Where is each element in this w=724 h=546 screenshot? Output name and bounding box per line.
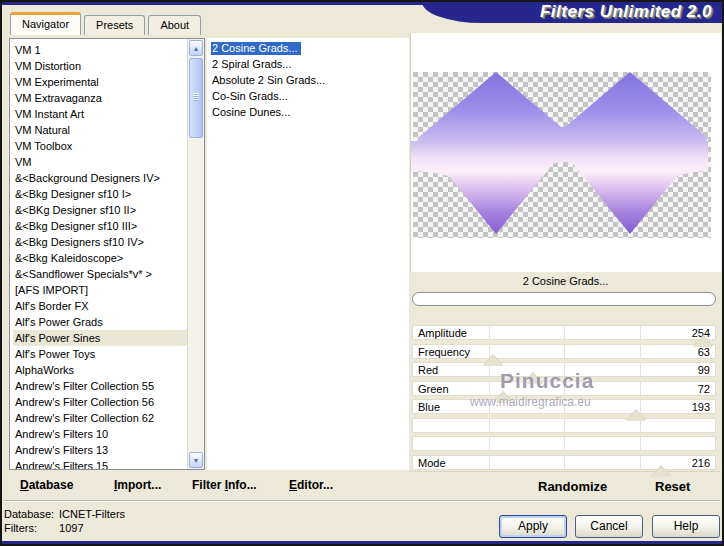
tab-bar: NavigatorPresetsAbout	[10, 12, 201, 35]
slider-tick	[564, 437, 565, 450]
slider-label: Amplitude	[418, 327, 467, 339]
filter-item[interactable]: Co-Sin Grads...	[211, 89, 409, 105]
slider-tick	[640, 363, 641, 376]
category-item[interactable]: Andrew's Filter Collection 62	[13, 410, 187, 426]
category-item[interactable]: Alf's Power Sines	[13, 330, 187, 346]
category-scrollbar[interactable]: ▲ ▼	[187, 39, 204, 469]
slider-tick	[564, 363, 565, 376]
slider-tick	[640, 382, 641, 395]
slider-tick	[564, 326, 565, 339]
category-item[interactable]: VM Experimental	[13, 74, 187, 90]
slider-tick	[640, 456, 641, 469]
window-bottom-accent	[2, 541, 722, 544]
category-item[interactable]: Andrew's Filters 15	[13, 458, 187, 469]
category-listbox: VM 1VM DistortionVM ExperimentalVM Extra…	[9, 38, 205, 470]
slider-thumb[interactable]	[493, 392, 513, 403]
apply-button[interactable]: Apply	[499, 515, 567, 538]
filter-item[interactable]: 2 Spiral Grads...	[211, 57, 409, 73]
category-item[interactable]: VM Natural	[13, 122, 187, 138]
category-item[interactable]: VM	[13, 154, 187, 170]
tab-navigator[interactable]: Navigator	[10, 12, 81, 35]
database-button[interactable]: Database	[20, 478, 73, 492]
slider-row-empty	[412, 418, 716, 433]
status-filters-label: Filters:	[4, 521, 56, 535]
slider-tick	[564, 382, 565, 395]
filter-list: 2 Cosine Grads...2 Spiral Grads...Absolu…	[207, 38, 409, 470]
slider-thumb[interactable]	[693, 336, 713, 347]
category-item[interactable]: VM Distortion	[13, 58, 187, 74]
slider-label: Mode	[418, 457, 446, 469]
tab-presets[interactable]: Presets	[84, 15, 145, 35]
tab-about[interactable]: About	[148, 15, 201, 35]
slider-value: 99	[698, 364, 710, 376]
scroll-up-icon[interactable]: ▲	[189, 40, 203, 56]
filter-info-button[interactable]: Filter Info...	[192, 478, 257, 492]
slider-label: Green	[418, 383, 449, 395]
slider-row-frequency: Frequency63	[412, 344, 716, 359]
category-item[interactable]: Andrew's Filters 13	[13, 442, 187, 458]
slider-label: Frequency	[418, 346, 470, 358]
cancel-button[interactable]: Cancel	[575, 515, 643, 538]
slider-tick	[640, 345, 641, 358]
slider-thumb[interactable]	[651, 466, 671, 477]
filter-settings-panel: 2 Cosine Grads... Amplitude254Frequency6…	[410, 33, 721, 499]
category-item[interactable]: &<BKg Designer sf10 II>	[13, 202, 187, 218]
slider-row-amplitude: Amplitude254	[412, 325, 716, 340]
slider-tick	[640, 437, 641, 450]
category-item[interactable]: &<Bkg Kaleidoscope>	[13, 250, 187, 266]
database-toolbar: Database Import... Filter Info... Editor…	[2, 472, 410, 499]
scrollbar-thumb[interactable]	[189, 58, 203, 138]
reset-button[interactable]: Reset	[655, 479, 690, 494]
category-item[interactable]: &<Background Designers IV>	[13, 170, 187, 186]
slider-row-green: Green72	[412, 381, 716, 396]
bottom-separator	[4, 500, 720, 502]
filter-item[interactable]: 2 Cosine Grads...	[211, 41, 409, 57]
status-database-label: Database:	[4, 507, 56, 521]
filter-item[interactable]: Absolute 2 Sin Grads...	[211, 73, 409, 89]
category-item[interactable]: Andrew's Filter Collection 55	[13, 378, 187, 394]
category-item[interactable]: VM Instant Art	[13, 106, 187, 122]
slider-row-blue: Blue193	[412, 399, 716, 414]
filter-item[interactable]: Cosine Dunes...	[211, 105, 409, 121]
filters-unlimited-window: Filters Unlimited 2.0 NavigatorPresetsAb…	[0, 0, 724, 546]
scroll-down-icon[interactable]: ▼	[189, 452, 203, 468]
slider-value: 63	[698, 346, 710, 358]
category-item[interactable]: VM Toolbox	[13, 138, 187, 154]
category-item[interactable]: &<Bkg Designer sf10 I>	[13, 186, 187, 202]
category-item[interactable]: Alf's Power Grads	[13, 314, 187, 330]
slider-value: 193	[692, 401, 710, 413]
category-item[interactable]: VM 1	[13, 42, 187, 58]
title-banner: Filters Unlimited 2.0	[422, 2, 722, 23]
app-title: Filters Unlimited 2.0	[540, 2, 722, 22]
slider-value: 72	[698, 383, 710, 395]
import-button[interactable]: Import...	[114, 478, 161, 492]
panel-actions: Randomize Reset	[410, 471, 721, 499]
slider-thumb[interactable]	[523, 373, 543, 384]
category-item[interactable]: Alf's Border FX	[13, 298, 187, 314]
slider-label: Blue	[418, 401, 440, 413]
slider-thumb[interactable]	[483, 355, 503, 366]
category-item[interactable]: Andrew's Filter Collection 56	[13, 394, 187, 410]
editor-button[interactable]: Editor...	[289, 478, 333, 492]
category-item[interactable]: &<Sandflower Specials*v* >	[13, 266, 187, 282]
slider-tick	[564, 456, 565, 469]
category-item[interactable]: [AFS IMPORT]	[13, 282, 187, 298]
slider-value: 216	[692, 457, 710, 469]
slider-row-mode: Mode216	[412, 455, 716, 470]
help-button[interactable]: Help	[652, 515, 720, 538]
slider-tick	[489, 419, 490, 432]
randomize-button[interactable]: Randomize	[538, 479, 607, 494]
category-item[interactable]: &<Bkg Designers sf10 IV>	[13, 234, 187, 250]
category-item[interactable]: Andrew's Filters 10	[13, 426, 187, 442]
status-bar: Database: ICNET-Filters Filters: 1097	[4, 507, 125, 535]
slider-thumb[interactable]	[626, 410, 646, 421]
slider-tick	[489, 382, 490, 395]
category-item[interactable]: Alf's Power Toys	[13, 346, 187, 362]
slider-stack: Amplitude254Frequency63Red99Green72Blue1…	[410, 33, 721, 499]
category-item[interactable]: &<Bkg Designer sf10 III>	[13, 218, 187, 234]
category-item[interactable]: AlphaWorks	[13, 362, 187, 378]
slider-tick	[640, 326, 641, 339]
slider-row-red: Red99	[412, 362, 716, 377]
category-item[interactable]: VM Extravaganza	[13, 90, 187, 106]
status-database-value: ICNET-Filters	[59, 508, 125, 520]
